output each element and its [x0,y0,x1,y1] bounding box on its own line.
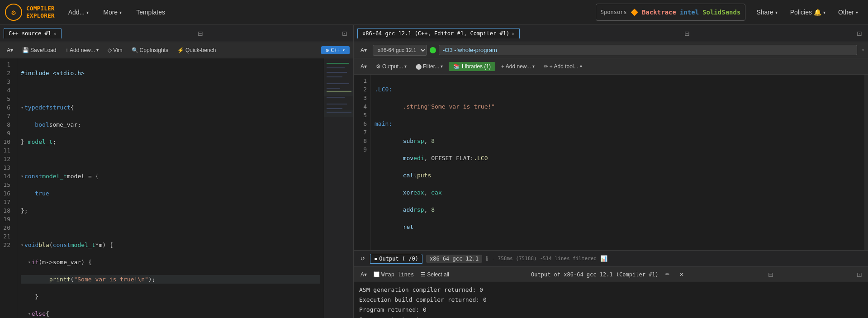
maximize-button[interactable]: ⊡ [340,29,350,38]
output-tab[interactable]: ▪ Output ( /0) [370,254,422,264]
wrap-lines-checkbox[interactable] [374,271,379,277]
svg-text:⚙: ⚙ [11,8,16,17]
intel-sponsor: intel [680,9,699,16]
code-line [21,223,320,232]
svg-rect-10 [327,91,351,92]
status-indicator [430,47,436,53]
main-area: C++ source #1 ✕ ⊟ ⊡ A▾ 💾 Save/Load + Add… [0,25,868,318]
select-all-button[interactable]: ☰ Select all [417,270,452,279]
cppinsights-button[interactable]: 🔍 CppInsights [128,46,171,55]
scrollbar[interactable] [864,75,868,250]
edit-output-btn[interactable]: ✏ [662,270,673,279]
terminal-icon: ▪ [374,256,377,262]
share-button[interactable]: Share ▾ [751,6,783,19]
code-line: ▾else { [21,309,320,318]
asm-code-content[interactable]: .LC0: .string "Some var is true!" main: … [371,75,864,250]
compiler-select[interactable]: x86-64 gcc 12.1 [373,45,427,56]
output-minimize-btn[interactable]: ⊟ [766,270,776,279]
output-maximize-btn[interactable]: ⊡ [854,270,864,279]
fold-arrow-icon[interactable]: ▾ [21,172,24,180]
asm-line: .string "Some var is true!" [375,102,861,111]
libraries-button[interactable]: 📚 Libraries (1) [449,62,495,71]
fold-arrow-icon[interactable]: ▾ [28,309,31,318]
compiler-panel: x86-64 gcc 12.1 (C++, Editor #1, Compile… [354,25,868,250]
minimize-button[interactable]: ⊟ [195,29,205,38]
compiler-ref-badge: x86-64 gcc 12.1 [426,255,482,263]
add-new-button[interactable]: + Add new... ▾ [62,46,102,55]
select-all-icon: ☰ [421,271,426,278]
quickbench-icon: ⚡ [177,47,184,53]
bell-icon: 🔔 [814,9,821,16]
fold-arrow-icon[interactable]: ▾ [21,241,24,249]
output-title: Output of x86-64 gcc 12.1 (Compiler #1) [531,271,659,278]
svg-rect-14 [324,110,353,117]
font-size-button[interactable]: A▾ [4,46,16,55]
close-output-btn[interactable]: ✕ [676,270,687,279]
line-numbers: 12345 678910 1112131415 1617181920 2122 [0,58,17,318]
other-button[interactable]: Other ▾ [833,6,863,19]
fold-arrow-icon[interactable]: ▾ [28,258,31,266]
close-tab-icon[interactable]: ✕ [53,31,57,37]
source-tab[interactable]: C++ source #1 ✕ [4,28,62,38]
minimize-button[interactable]: ⊟ [682,29,692,38]
code-line: ▾typedef struct { [21,103,320,112]
code-line: }; [21,206,320,215]
library-icon: 📚 [453,63,460,70]
asm-line: add rsp, 8 [375,205,861,214]
sponsors-box[interactable]: Sponsors 🔶 Backtrace intel SolidSands [596,4,746,21]
asm-line: call puts [375,171,861,180]
add-tool-btn[interactable]: ✏ + Add tool... ▾ [541,62,585,71]
cppinsights-icon: 🔍 [132,47,138,53]
vim-button[interactable]: ◇ Vim [104,46,125,55]
chevron-down-icon: ▾ [775,10,778,15]
asm-line: xor eax, eax [375,188,861,197]
asm-line-numbers: 12345 6789 [354,75,371,250]
svg-rect-12 [327,104,347,104]
asm-font-btn[interactable]: A▾ [357,62,370,71]
close-tab-icon[interactable]: ✕ [512,31,515,37]
svg-rect-15 [327,112,351,113]
output-line: Program returned: 0 [359,305,863,315]
asm-line: mov edi, OFFSET FLAT:.LC0 [375,154,861,162]
code-line: } [21,292,320,301]
compiler-tab[interactable]: x86-64 gcc 12.1 (C++, Editor #1, Compile… [357,28,520,38]
code-line: #include <stdio.h> [21,69,320,77]
quickbench-button[interactable]: ⚡ Quick-bench [174,46,219,55]
wrap-lines-label[interactable]: Wrap lines [374,271,414,278]
logo-area: ⚙ COMPILER EXPLORER [5,3,55,21]
language-badge[interactable]: ⚙ C++ ▾ [321,46,350,54]
filter-icon: ⬤ [416,63,422,70]
templates-button[interactable]: Templates [131,6,171,19]
pencil-icon: ✏ [544,63,548,70]
chevron-down-icon: ▾ [580,64,582,69]
add-new-compiler-btn[interactable]: + Add new... ▾ [498,62,538,71]
code-content[interactable]: #include <stdio.h> ▾typedef struct { boo… [17,58,324,318]
chevron-down-icon: ▾ [441,64,443,69]
cpp-icon: ⚙ [326,47,329,53]
source-code-area: 12345 678910 1112131415 1617181920 2122 … [0,58,353,318]
code-line [21,86,320,95]
policies-button[interactable]: Policies 🔔 ▾ [785,6,831,19]
solidsands-sponsor: SolidSands [702,9,740,16]
flags-input[interactable] [439,45,857,55]
asm-line: .LC0: [375,85,861,94]
svg-rect-9 [324,90,353,96]
output-font-btn[interactable]: A▾ [357,270,370,279]
maximize-button[interactable]: ⊡ [854,29,864,38]
output-btn[interactable]: ⚙ Output... ▾ [373,62,410,71]
info-icon: ℹ [486,255,488,262]
add-menu-button[interactable]: Add... ▾ [63,6,95,19]
output-line: Some var is true! [359,315,863,318]
gear-icon: ⚙ [376,63,381,70]
output-line: ASM generation compiler returned: 0 [359,285,863,295]
filter-btn[interactable]: ⬤ Filter... ▾ [413,62,446,71]
save-load-button[interactable]: 💾 Save/Load [19,46,59,55]
more-menu-button[interactable]: More ▾ [98,6,127,19]
compiler-font-btn[interactable]: A▾ [357,46,370,55]
left-panel: C++ source #1 ✕ ⊟ ⊡ A▾ 💾 Save/Load + Add… [0,25,354,318]
refresh-button[interactable]: ↺ [357,254,368,263]
fold-arrow-icon[interactable]: ▾ [21,103,24,112]
compiler-toolbar: A▾ x86-64 gcc 12.1 ▾ [354,42,868,58]
code-line: ▾void bla(const model_t *m) { [21,241,320,249]
code-line: true [21,189,320,198]
